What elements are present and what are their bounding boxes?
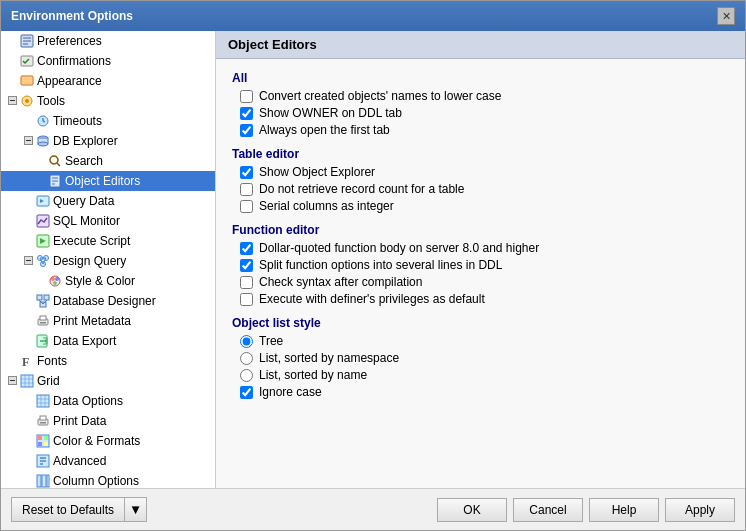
option-row: Dollar-quoted function body on server 8.… xyxy=(240,241,729,255)
sidebar-item-advanced[interactable]: Advanced xyxy=(1,451,215,471)
section-label: All xyxy=(232,71,729,85)
sidebar-label-grid: Grid xyxy=(37,374,60,388)
checkbox-input[interactable] xyxy=(240,183,253,196)
checkbox-input[interactable] xyxy=(240,276,253,289)
sidebar-item-querydata[interactable]: Query Data xyxy=(1,191,215,211)
svg-rect-46 xyxy=(40,316,46,320)
checkbox-input[interactable] xyxy=(240,259,253,272)
sidebar-item-dataoptions[interactable]: Data Options xyxy=(1,391,215,411)
sidebar-label-dbdesigner: Database Designer xyxy=(53,294,156,308)
svg-rect-69 xyxy=(38,442,42,446)
svg-rect-68 xyxy=(44,436,48,440)
radio-input[interactable] xyxy=(240,352,253,365)
option-row: Show OWNER on DDL tab xyxy=(240,106,729,120)
svg-rect-58 xyxy=(37,395,49,407)
svg-rect-53 xyxy=(21,375,33,387)
sidebar-label-sqlmonitor: SQL Monitor xyxy=(53,214,120,228)
sidebar-item-confirmations[interactable]: Confirmations xyxy=(1,51,215,71)
checkbox-input[interactable] xyxy=(240,293,253,306)
svg-rect-75 xyxy=(37,475,41,487)
reset-arrow-button[interactable]: ▼ xyxy=(124,497,147,522)
sidebar-label-timeouts: Timeouts xyxy=(53,114,102,128)
radio-input[interactable] xyxy=(240,335,253,348)
fonts-icon: F xyxy=(19,353,35,369)
option-label: Serial columns as integer xyxy=(259,199,394,213)
svg-rect-41 xyxy=(44,295,49,300)
sidebar-label-executescript: Execute Script xyxy=(53,234,130,248)
svg-rect-76 xyxy=(42,475,46,487)
sidebar-item-tools[interactable]: Tools xyxy=(1,91,215,111)
sidebar-scroll[interactable]: PreferencesConfirmationsAppearanceToolsT… xyxy=(1,31,215,488)
option-label: List, sorted by name xyxy=(259,368,367,382)
ok-button[interactable]: OK xyxy=(437,498,507,522)
checkbox-input[interactable] xyxy=(240,386,253,399)
sidebar-item-executescript[interactable]: Execute Script xyxy=(1,231,215,251)
svg-point-18 xyxy=(38,142,48,146)
sidebar-item-preferences[interactable]: Preferences xyxy=(1,31,215,51)
checkbox-input[interactable] xyxy=(240,242,253,255)
checkbox-input[interactable] xyxy=(240,200,253,213)
sidebar-label-search: Search xyxy=(65,154,103,168)
checkbox-input[interactable] xyxy=(240,124,253,137)
sidebar-item-grid[interactable]: Grid xyxy=(1,371,215,391)
svg-rect-67 xyxy=(38,436,42,440)
checkbox-input[interactable] xyxy=(240,107,253,120)
option-label: Tree xyxy=(259,334,283,348)
sidebar-item-objecteditors[interactable]: Object Editors xyxy=(1,171,215,191)
option-row: Serial columns as integer xyxy=(240,199,729,213)
search-icon xyxy=(47,153,63,169)
reset-defaults-button[interactable]: Reset to Defaults xyxy=(11,497,124,522)
close-button[interactable]: ✕ xyxy=(717,7,735,25)
sidebar-item-designquery[interactable]: Design Query xyxy=(1,251,215,271)
sidebar-label-dataoptions: Data Options xyxy=(53,394,123,408)
option-row: Tree xyxy=(240,334,729,348)
appear-icon xyxy=(19,73,35,89)
section-label: Object list style xyxy=(232,316,729,330)
sidebar-label-confirmations: Confirmations xyxy=(37,54,111,68)
svg-point-37 xyxy=(51,277,55,281)
checkbox-input[interactable] xyxy=(240,166,253,179)
sidebar-label-tools: Tools xyxy=(37,94,65,108)
option-label: Split function options into several line… xyxy=(259,258,502,272)
sidebar-item-dataexport[interactable]: Data Export xyxy=(1,331,215,351)
option-row: Check syntax after compilation xyxy=(240,275,729,289)
sidebar-item-sqlmonitor[interactable]: SQL Monitor xyxy=(1,211,215,231)
option-label: Do not retrieve record count for a table xyxy=(259,182,464,196)
sqlmon-icon xyxy=(35,213,51,229)
sidebar-item-search[interactable]: Search xyxy=(1,151,215,171)
option-row: Convert created objects' names to lower … xyxy=(240,89,729,103)
sidebar-label-colorformats: Color & Formats xyxy=(53,434,140,448)
sidebar-label-designquery: Design Query xyxy=(53,254,126,268)
sidebar-item-colorformats[interactable]: Color & Formats xyxy=(1,431,215,451)
svg-point-39 xyxy=(53,281,57,285)
help-button[interactable]: Help xyxy=(589,498,659,522)
svg-rect-47 xyxy=(40,322,46,324)
option-row: Always open the first tab xyxy=(240,123,729,137)
option-label: Always open the first tab xyxy=(259,123,390,137)
content-area: PreferencesConfirmationsAppearanceToolsT… xyxy=(1,31,745,488)
sidebar-item-printmetadata[interactable]: Print Metadata xyxy=(1,311,215,331)
dataexport-icon xyxy=(35,333,51,349)
sidebar-item-timeouts[interactable]: Timeouts xyxy=(1,111,215,131)
radio-input[interactable] xyxy=(240,369,253,382)
sidebar-item-columnoptions[interactable]: Column Options xyxy=(1,471,215,488)
sidebar-label-advanced: Advanced xyxy=(53,454,106,468)
cancel-button[interactable]: Cancel xyxy=(513,498,583,522)
sidebar-label-preferences: Preferences xyxy=(37,34,102,48)
timeout-icon xyxy=(35,113,51,129)
sidebar-item-stylecolor[interactable]: Style & Color xyxy=(1,271,215,291)
checkbox-input[interactable] xyxy=(240,90,253,103)
expand-icon-dbexplorer xyxy=(21,136,35,147)
svg-rect-40 xyxy=(37,295,42,300)
tools-icon xyxy=(19,93,35,109)
expand-icon-grid xyxy=(5,376,19,387)
sidebar-label-dataexport: Data Export xyxy=(53,334,116,348)
apply-button[interactable]: Apply xyxy=(665,498,735,522)
sidebar-item-dbexplorer[interactable]: DB Explorer xyxy=(1,131,215,151)
svg-rect-6 xyxy=(22,77,32,84)
sidebar-item-dbdesigner[interactable]: Database Designer xyxy=(1,291,215,311)
sidebar-item-printdata[interactable]: Print Data xyxy=(1,411,215,431)
sidebar-item-appearance[interactable]: Appearance xyxy=(1,71,215,91)
svg-rect-77 xyxy=(47,475,49,487)
sidebar-item-fonts[interactable]: FFonts xyxy=(1,351,215,371)
